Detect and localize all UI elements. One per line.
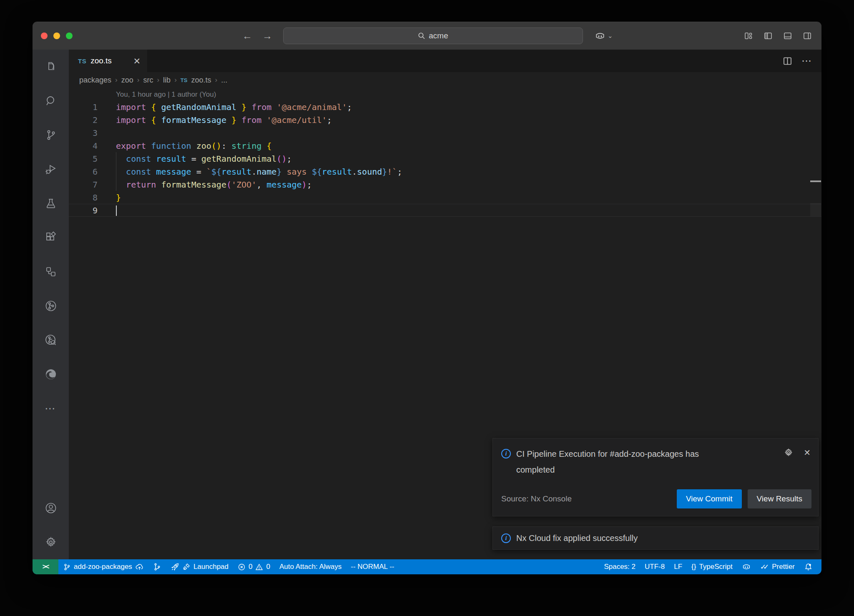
line-number: 1 xyxy=(69,102,98,112)
more-views-icon[interactable]: ⋯ xyxy=(33,391,69,426)
close-icon[interactable]: ✕ xyxy=(804,448,811,458)
remote-indicator-icon: >< xyxy=(43,563,49,571)
breadcrumb-separator: › xyxy=(215,76,217,84)
copilot-menu[interactable]: ⌄ xyxy=(595,22,613,50)
title-bar: ← → acme ⌄ xyxy=(33,22,821,50)
language-mode-item[interactable]: {} TypeScript xyxy=(687,563,737,571)
remote-indicator[interactable]: >< xyxy=(33,559,58,574)
plug-icon xyxy=(182,563,191,571)
extensions-icon[interactable] xyxy=(33,220,69,255)
close-tab-icon[interactable]: ✕ xyxy=(133,57,141,65)
customize-layout-icon[interactable] xyxy=(744,31,753,40)
code-line-5[interactable]: 5 const result = getRandomAnimal(); xyxy=(69,152,821,165)
tab-zoo-ts[interactable]: TS zoo.ts ✕ xyxy=(69,50,147,72)
code-line-9[interactable]: 9 xyxy=(69,204,821,217)
indent-guide xyxy=(116,165,116,178)
breadcrumb-item[interactable]: zoo xyxy=(121,76,133,85)
braces-icon: {} xyxy=(691,563,696,571)
vim-mode-item[interactable]: -- NORMAL -- xyxy=(346,559,399,574)
copilot-icon xyxy=(595,30,605,41)
gitlens-blame-annotation: You, 1 hour ago | 1 author (You) xyxy=(116,90,216,99)
copilot-status-item[interactable] xyxy=(737,562,756,571)
window-controls xyxy=(41,33,73,39)
code-line-4[interactable]: 4export function zoo(): string { xyxy=(69,139,821,152)
line-number: 3 xyxy=(69,128,98,138)
toggle-sidebar-icon[interactable] xyxy=(764,31,773,40)
typescript-file-icon: TS xyxy=(181,77,188,83)
errors-icon xyxy=(238,563,246,571)
code-line-7[interactable]: 7 return formatMessage('ZOO', message); xyxy=(69,178,821,191)
breadcrumb-item[interactable]: lib xyxy=(163,76,171,85)
code-line-3[interactable]: 3 xyxy=(69,126,821,139)
gitlens-icon[interactable] xyxy=(33,289,69,323)
prettier-check-icon: ✓✓ xyxy=(760,563,769,571)
search-icon[interactable] xyxy=(33,84,69,118)
explorer-icon[interactable] xyxy=(33,50,69,84)
edge-devtools-icon[interactable] xyxy=(33,357,69,391)
code-text: export function zoo(): string { xyxy=(116,141,271,151)
commit-graph-item[interactable] xyxy=(148,559,166,574)
custom-view-icon[interactable] xyxy=(33,255,69,289)
launchpad-item[interactable]: Launchpad xyxy=(166,559,233,574)
code-line-1[interactable]: 1import { getRandomAnimal } from '@acme/… xyxy=(69,100,821,113)
tab-bar: TS zoo.ts ✕ ⋯ xyxy=(69,50,821,72)
text-cursor xyxy=(116,205,117,216)
gitlens-inspect-icon[interactable] xyxy=(33,323,69,357)
problems-item[interactable]: 0 0 xyxy=(233,559,275,574)
notification-message: Nx Cloud fix applied successfully xyxy=(516,533,638,543)
code-text: const result = getRandomAnimal(); xyxy=(116,154,292,164)
launchpad-label: Launchpad xyxy=(193,563,229,571)
code-line-8[interactable]: 8} xyxy=(69,191,821,204)
code-line-6[interactable]: 6 const message = `${result.name} says $… xyxy=(69,165,821,178)
toggle-panel-icon[interactable] xyxy=(783,31,792,40)
more-actions-icon[interactable]: ⋯ xyxy=(801,55,812,67)
view-results-button[interactable]: View Results xyxy=(748,489,811,508)
notifications-bell-item[interactable] xyxy=(799,563,817,571)
typescript-file-icon: TS xyxy=(78,58,86,65)
settings-gear-icon[interactable] xyxy=(33,525,69,559)
split-editor-icon[interactable] xyxy=(783,56,792,66)
warnings-count: 0 xyxy=(266,563,270,571)
encoding-item[interactable]: UTF-8 xyxy=(640,563,669,571)
breadcrumb-file[interactable]: zoo.ts xyxy=(191,76,211,85)
toggle-secondary-sidebar-icon[interactable] xyxy=(803,31,812,40)
git-branch-icon xyxy=(63,563,71,571)
code-line-2[interactable]: 2import { formatMessage } from '@acme/ut… xyxy=(69,113,821,126)
breadcrumb-separator: › xyxy=(137,76,140,84)
line-number: 6 xyxy=(69,167,98,177)
code-text: } xyxy=(116,193,121,203)
breadcrumb: packages › zoo › src › lib › TS zoo.ts ›… xyxy=(69,72,821,88)
breadcrumb-ellipsis[interactable]: ... xyxy=(221,76,227,85)
forward-arrow-icon[interactable]: → xyxy=(262,30,272,42)
notification-toast-nx-cloud: i Nx Cloud fix applied successfully xyxy=(492,526,819,550)
close-window-button[interactable] xyxy=(41,33,48,39)
auto-attach-item[interactable]: Auto Attach: Always xyxy=(275,559,346,574)
info-icon: i xyxy=(501,449,511,458)
view-commit-button[interactable]: View Commit xyxy=(677,489,742,508)
language-label: TypeScript xyxy=(699,563,732,571)
command-center-search[interactable]: acme xyxy=(283,28,583,44)
breadcrumb-separator: › xyxy=(115,76,118,84)
formatter-item[interactable]: ✓✓ Prettier xyxy=(756,563,799,571)
activity-bar: ⋯ xyxy=(33,50,69,559)
gear-icon[interactable] xyxy=(784,448,794,458)
accounts-icon[interactable] xyxy=(33,491,69,525)
minimize-window-button[interactable] xyxy=(53,33,60,39)
ellipsis-icon: ⋯ xyxy=(45,402,57,415)
eol-item[interactable]: LF xyxy=(669,563,687,571)
run-debug-icon[interactable] xyxy=(33,152,69,186)
code-text: const message = `${result.name} says ${r… xyxy=(116,167,402,177)
overview-ruler-band xyxy=(810,203,821,216)
code-text: return formatMessage('ZOO', message); xyxy=(116,180,312,190)
rocket-icon xyxy=(171,563,179,571)
testing-icon[interactable] xyxy=(33,186,69,220)
overview-ruler-cursor-mark xyxy=(810,180,821,182)
back-arrow-icon[interactable]: ← xyxy=(242,30,252,42)
breadcrumb-item[interactable]: src xyxy=(143,76,153,85)
source-control-icon[interactable] xyxy=(33,118,69,152)
zoom-window-button[interactable] xyxy=(66,33,73,39)
branch-status-item[interactable]: add-zoo-packages xyxy=(58,559,148,574)
indentation-item[interactable]: Spaces: 2 xyxy=(599,563,640,571)
breadcrumb-item[interactable]: packages xyxy=(79,76,111,85)
line-number: 5 xyxy=(69,154,98,164)
